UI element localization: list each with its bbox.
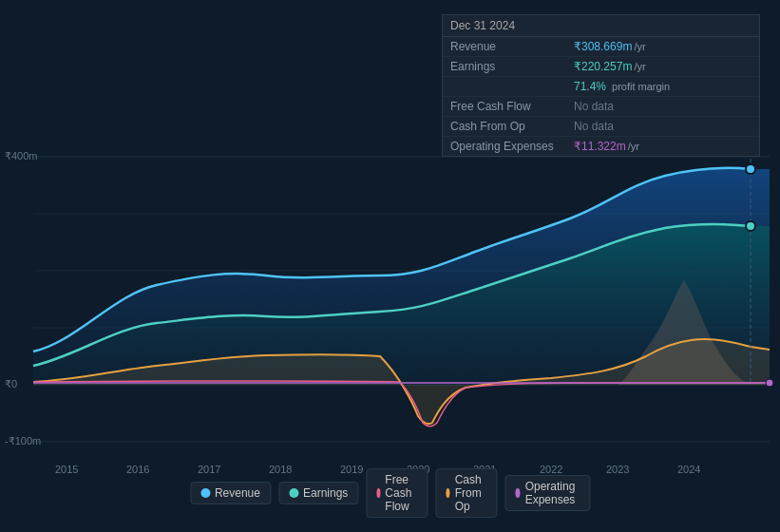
legend-opex-dot [515,488,520,498]
x-label-2015: 2015 [55,464,78,475]
y-label-400m: ₹400m [5,150,38,162]
x-label-2016: 2016 [126,464,149,475]
tooltip-earnings-unit: /yr [634,61,645,72]
svg-point-8 [746,164,755,174]
x-label-2023: 2023 [606,464,629,475]
tooltip-fcf-value: No data [574,100,614,113]
legend-opex[interactable]: Operating Expenses [504,475,590,511]
tooltip-revenue-label: Revenue [450,40,574,53]
legend-cashop-label: Cash From Op [455,473,487,513]
tooltip-revenue-unit: /yr [634,41,645,52]
x-label-2024: 2024 [677,464,700,475]
svg-point-10 [766,379,773,387]
chart-legend: Revenue Earnings Free Cash Flow Cash Fro… [190,468,590,518]
y-label-0: ₹0 [5,378,17,390]
y-label-neg100m: -₹100m [5,435,41,447]
tooltip-cashop-row: Cash From Op No data [443,117,759,137]
legend-fcf-dot [376,488,380,498]
legend-fcf-label: Free Cash Flow [385,473,417,513]
legend-earnings-dot [289,488,298,498]
legend-revenue-label: Revenue [215,486,260,500]
chart-container: ₹400m ₹0 -₹100m 2015 2016 2017 2018 2019… [0,0,780,532]
legend-cashop[interactable]: Cash From Op [435,468,497,518]
tooltip-revenue-value: ₹308.669m [574,40,632,53]
legend-cashop-dot [446,488,449,498]
tooltip-opex-label: Operating Expenses [450,140,574,153]
tooltip-date: Dec 31 2024 [443,15,759,37]
legend-revenue[interactable]: Revenue [190,482,271,504]
legend-revenue-dot [200,488,210,498]
legend-earnings[interactable]: Earnings [278,482,358,504]
tooltip-cashop-label: Cash From Op [450,120,574,133]
legend-earnings-label: Earnings [303,486,348,500]
tooltip-margin-row: 71.4% profit margin [443,77,759,97]
tooltip-opex-row: Operating Expenses ₹11.322m /yr [443,137,759,156]
tooltip-earnings-label: Earnings [450,60,574,73]
tooltip: Dec 31 2024 Revenue ₹308.669m /yr Earnin… [442,14,760,157]
tooltip-revenue-row: Revenue ₹308.669m /yr [443,37,759,57]
legend-opex-label: Operating Expenses [525,480,580,506]
svg-point-9 [746,221,755,231]
legend-fcf[interactable]: Free Cash Flow [366,468,428,518]
tooltip-margin-text: profit margin [612,81,670,92]
tooltip-fcf-label: Free Cash Flow [450,100,574,113]
tooltip-earnings-row: Earnings ₹220.257m /yr [443,57,759,77]
tooltip-opex-value: ₹11.322m [574,140,626,153]
tooltip-margin-value: 71.4% [574,80,606,93]
tooltip-earnings-value: ₹220.257m [574,60,632,73]
tooltip-opex-unit: /yr [628,141,639,152]
tooltip-cashop-value: No data [574,120,614,133]
tooltip-fcf-row: Free Cash Flow No data [443,97,759,117]
